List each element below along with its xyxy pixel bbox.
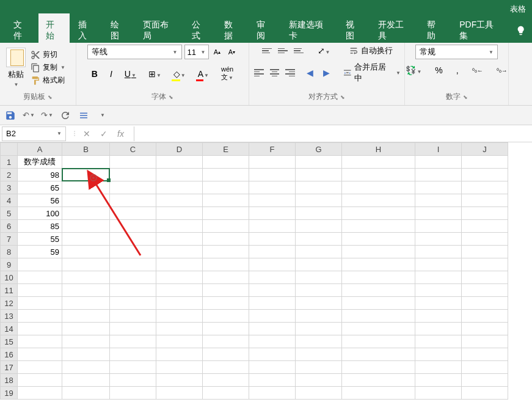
cell-b8[interactable] bbox=[62, 246, 110, 258]
cell-d16[interactable] bbox=[156, 348, 203, 361]
decimal-increase-button[interactable]: ⁰₀← bbox=[469, 66, 486, 75]
cell-g18[interactable] bbox=[296, 374, 342, 387]
cell-j8[interactable] bbox=[462, 246, 508, 258]
cell-j15[interactable] bbox=[462, 335, 508, 348]
cell-f18[interactable] bbox=[249, 374, 296, 387]
fill-color-button[interactable]: ◇▼ bbox=[170, 68, 189, 80]
cell-a10[interactable] bbox=[18, 271, 62, 284]
cell-i4[interactable] bbox=[415, 194, 462, 207]
align-bottom-button[interactable] bbox=[293, 45, 305, 57]
cell-f12[interactable] bbox=[249, 297, 296, 310]
copy-dropdown[interactable]: ▼ bbox=[60, 65, 65, 70]
cell-j6[interactable] bbox=[462, 220, 508, 233]
align-right-button[interactable] bbox=[284, 67, 296, 79]
row-header-9[interactable]: 9 bbox=[1, 258, 18, 271]
cell-e10[interactable] bbox=[203, 271, 249, 284]
cell-h3[interactable] bbox=[342, 181, 415, 194]
redo-button[interactable]: ↷▼ bbox=[42, 110, 53, 121]
cell-i6[interactable] bbox=[415, 220, 462, 233]
copy-button[interactable]: 复制 ▼ bbox=[31, 62, 65, 73]
cell-f16[interactable] bbox=[249, 348, 296, 361]
cell-b16[interactable] bbox=[62, 348, 110, 361]
cell-f5[interactable] bbox=[249, 207, 296, 220]
cell-h2[interactable] bbox=[342, 169, 415, 181]
row-header-11[interactable]: 11 bbox=[1, 284, 18, 297]
cell-b10[interactable] bbox=[62, 271, 110, 284]
cell-b7[interactable] bbox=[62, 233, 110, 246]
cell-e5[interactable] bbox=[203, 207, 249, 220]
cell-j19[interactable] bbox=[462, 387, 508, 400]
cell-d17[interactable] bbox=[156, 361, 203, 374]
cell-f6[interactable] bbox=[249, 220, 296, 233]
cell-e2[interactable] bbox=[203, 169, 249, 181]
col-header-g[interactable]: G bbox=[296, 143, 342, 156]
row-header-8[interactable]: 8 bbox=[1, 246, 18, 258]
cell-j18[interactable] bbox=[462, 374, 508, 387]
save-button[interactable] bbox=[5, 110, 16, 121]
cell-e3[interactable] bbox=[203, 181, 249, 194]
cell-g8[interactable] bbox=[296, 246, 342, 258]
cell-b1[interactable] bbox=[62, 156, 110, 169]
cell-i10[interactable] bbox=[415, 271, 462, 284]
name-box[interactable]: B2 ▼ bbox=[2, 126, 66, 141]
cell-a2[interactable]: 98 bbox=[18, 169, 62, 181]
cell-c9[interactable] bbox=[110, 258, 156, 271]
cell-j17[interactable] bbox=[462, 361, 508, 374]
cell-i7[interactable] bbox=[415, 233, 462, 246]
number-launcher[interactable]: ⬊ bbox=[463, 94, 468, 100]
cell-a5[interactable]: 100 bbox=[18, 207, 62, 220]
cell-c18[interactable] bbox=[110, 374, 156, 387]
cell-b14[interactable] bbox=[62, 323, 110, 335]
cell-f14[interactable] bbox=[249, 323, 296, 335]
cell-d5[interactable] bbox=[156, 207, 203, 220]
cell-h11[interactable] bbox=[342, 284, 415, 297]
cell-j3[interactable] bbox=[462, 181, 508, 194]
cell-b3[interactable] bbox=[62, 181, 110, 194]
cell-a15[interactable] bbox=[18, 335, 62, 348]
cell-f4[interactable] bbox=[249, 194, 296, 207]
cell-h9[interactable] bbox=[342, 258, 415, 271]
currency-button[interactable]: 💱▼ bbox=[403, 64, 425, 76]
phonetic-button[interactable]: wén文▼ bbox=[218, 64, 236, 83]
cell-d15[interactable] bbox=[156, 335, 203, 348]
cell-h4[interactable] bbox=[342, 194, 415, 207]
cell-b6[interactable] bbox=[62, 220, 110, 233]
orientation-button[interactable]: ⤢▼ bbox=[315, 45, 333, 57]
cell-c10[interactable] bbox=[110, 271, 156, 284]
cell-d4[interactable] bbox=[156, 194, 203, 207]
cell-h10[interactable] bbox=[342, 271, 415, 284]
cell-j5[interactable] bbox=[462, 207, 508, 220]
row-header-16[interactable]: 16 bbox=[1, 348, 18, 361]
cell-j16[interactable] bbox=[462, 348, 508, 361]
cell-i2[interactable] bbox=[415, 169, 462, 181]
touch-mode-button[interactable] bbox=[78, 110, 89, 121]
cell-h5[interactable] bbox=[342, 207, 415, 220]
cell-b12[interactable] bbox=[62, 297, 110, 310]
cell-c15[interactable] bbox=[110, 335, 156, 348]
align-center-button[interactable] bbox=[269, 67, 281, 79]
cell-h1[interactable] bbox=[342, 156, 415, 169]
cell-i12[interactable] bbox=[415, 297, 462, 310]
cell-a17[interactable] bbox=[18, 361, 62, 374]
cell-d6[interactable] bbox=[156, 220, 203, 233]
cell-a4[interactable]: 56 bbox=[18, 194, 62, 207]
cell-g19[interactable] bbox=[296, 387, 342, 400]
cell-a1[interactable]: 数学成绩 bbox=[18, 156, 62, 169]
indent-button[interactable]: ▶ bbox=[320, 67, 333, 79]
format-painter-button[interactable]: 格式刷 bbox=[31, 75, 65, 86]
cell-a16[interactable] bbox=[18, 348, 62, 361]
cell-e8[interactable] bbox=[203, 246, 249, 258]
row-header-18[interactable]: 18 bbox=[1, 374, 18, 387]
col-header-j[interactable]: J bbox=[462, 143, 508, 156]
cell-c7[interactable] bbox=[110, 233, 156, 246]
row-header-4[interactable]: 4 bbox=[1, 194, 18, 207]
cell-g11[interactable] bbox=[296, 284, 342, 297]
cell-j9[interactable] bbox=[462, 258, 508, 271]
cell-c2[interactable] bbox=[110, 169, 156, 181]
cut-button[interactable]: 剪切 bbox=[31, 49, 65, 60]
cell-i3[interactable] bbox=[415, 181, 462, 194]
cell-h7[interactable] bbox=[342, 233, 415, 246]
cell-g7[interactable] bbox=[296, 233, 342, 246]
number-format-select[interactable]: 常规 ▼ bbox=[415, 45, 498, 59]
cell-c3[interactable] bbox=[110, 181, 156, 194]
